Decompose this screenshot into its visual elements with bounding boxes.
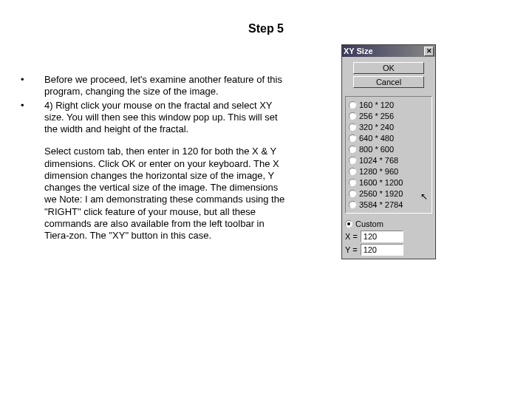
preset-label: 640 * 480	[359, 134, 394, 143]
ok-button[interactable]: OK	[353, 62, 424, 74]
custom-group: Custom X = 120 Y = 120	[345, 218, 432, 256]
x-input[interactable]: 120	[361, 231, 403, 242]
preset-label: 256 * 256	[359, 112, 394, 120]
radio-icon	[349, 101, 356, 109]
preset-label: 800 * 600	[359, 145, 394, 154]
preset-option[interactable]: 1024 * 768	[349, 154, 429, 166]
custom-label: Custom	[355, 219, 383, 228]
radio-icon	[349, 134, 356, 142]
radio-icon	[349, 201, 356, 208]
preset-label: 1600 * 1200	[359, 178, 403, 187]
preset-label: 1024 * 768	[359, 156, 398, 165]
y-label: Y =	[345, 245, 358, 254]
radio-icon	[349, 168, 356, 175]
y-field-row: Y = 120	[345, 244, 432, 256]
preset-option[interactable]: 320 * 240	[349, 121, 429, 132]
dialog-body: OK Cancel 160 * 120 256 * 256 320 * 240 …	[342, 57, 435, 259]
preset-option[interactable]: 256 * 256	[349, 110, 429, 121]
close-icon: ✕	[426, 48, 432, 55]
custom-option[interactable]: Custom	[345, 218, 432, 229]
dialog-title: XY Size	[344, 47, 373, 55]
preset-group: 160 * 120 256 * 256 320 * 240 640 * 480 …	[345, 96, 432, 214]
page-title: Step 5	[0, 22, 532, 35]
dialog-titlebar[interactable]: XY Size ✕	[342, 45, 435, 57]
x-label: X =	[345, 232, 358, 241]
preset-option[interactable]: 3584 * 2784	[349, 199, 429, 210]
preset-label: 3584 * 2784	[359, 200, 403, 209]
bullet-text: 4) Right click your mouse on the fractal…	[44, 100, 288, 136]
preset-option[interactable]: 640 * 480	[349, 132, 429, 143]
preset-label: 1280 * 960	[359, 167, 398, 176]
preset-option[interactable]: 2560 * 1920	[349, 188, 429, 199]
bullet-item: • 4) Right click your mouse on the fract…	[15, 100, 288, 136]
bullet-marker: •	[15, 74, 44, 85]
close-button[interactable]: ✕	[424, 47, 434, 56]
radio-icon	[349, 179, 356, 186]
radio-icon	[349, 112, 356, 120]
preset-option[interactable]: 800 * 600	[349, 143, 429, 154]
radio-icon	[349, 190, 356, 197]
bullet-item: • Before we proceed, let's examine anoth…	[15, 74, 288, 98]
y-input[interactable]: 120	[361, 244, 403, 256]
radio-icon	[349, 146, 356, 153]
preset-label: 2560 * 1920	[359, 189, 403, 198]
bullet-text: Before we proceed, let's examine another…	[44, 74, 288, 98]
preset-label: 160 * 120	[359, 100, 394, 109]
instruction-text: • Before we proceed, let's examine anoth…	[15, 74, 288, 242]
cancel-button[interactable]: Cancel	[353, 76, 424, 88]
xy-size-dialog: XY Size ✕ OK Cancel 160 * 120 256 * 256 …	[341, 44, 436, 259]
bullet-marker: •	[15, 100, 44, 111]
radio-icon	[349, 157, 356, 164]
continuation-text: Select custom tab, then enter in 120 for…	[44, 146, 288, 242]
radio-icon	[349, 123, 356, 131]
preset-option[interactable]: 1600 * 1200	[349, 177, 429, 188]
radio-icon	[345, 220, 352, 228]
preset-option[interactable]: 160 * 120	[349, 99, 429, 110]
preset-option[interactable]: 1280 * 960	[349, 166, 429, 177]
preset-label: 320 * 240	[359, 123, 394, 132]
x-field-row: X = 120	[345, 231, 432, 242]
